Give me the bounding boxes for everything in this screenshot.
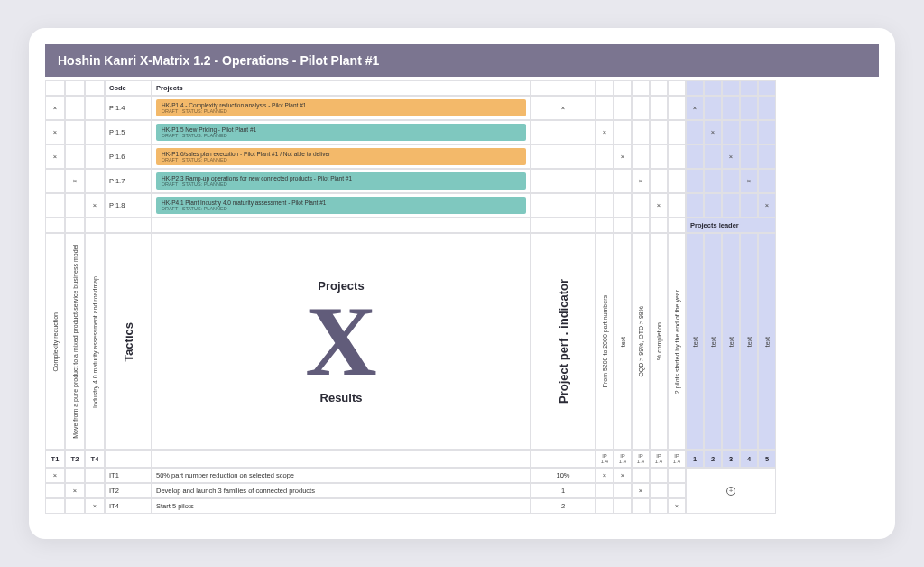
- x-glyph: X: [305, 300, 376, 385]
- kpi-col: text: [614, 233, 632, 450]
- leader-col: text: [758, 233, 776, 450]
- header-code: Code: [105, 80, 152, 96]
- project-cell[interactable]: HK-P1.4 - Complexity reduction analysis …: [152, 96, 531, 120]
- mark-cell[interactable]: ×: [632, 169, 650, 193]
- kpi-col: % completion: [650, 233, 668, 450]
- add-button[interactable]: +: [726, 487, 735, 496]
- header-projects: Projects: [152, 80, 531, 96]
- mark-cell[interactable]: ×: [85, 498, 105, 514]
- col-industry-40: Industry 4.0 maturity assessment and roa…: [85, 233, 105, 450]
- x-matrix-card: Hoshin Kanri X-Matrix 1.2 - Operations -…: [29, 28, 895, 540]
- result-text: Develop and launch 3 families of connect…: [152, 483, 531, 498]
- project-cell[interactable]: HK-P4.1 Plant Industry 4.0 maturity asse…: [152, 193, 531, 218]
- mark-cell[interactable]: ×: [614, 468, 632, 483]
- kpi-col: From 5200 to 2000 part numbers: [596, 233, 614, 450]
- matrix-grid: Code Projects × P 1.4 HK-P1.4 - Complexi…: [45, 80, 879, 515]
- leader-col: text: [740, 233, 758, 450]
- title-bar: Hoshin Kanri X-Matrix 1.2 - Operations -…: [45, 44, 879, 77]
- mark-cell[interactable]: ×: [45, 468, 65, 483]
- kpi-col: 2 pilots started by the end of the year: [668, 233, 686, 450]
- mark-cell[interactable]: ×: [668, 498, 686, 514]
- result-text: Start 5 pilots: [152, 498, 531, 514]
- project-cell[interactable]: HK-P1.5 New Pricing - Pilot Plant #1DRAF…: [152, 120, 531, 144]
- mark-cell[interactable]: ×: [596, 468, 614, 483]
- mark-cell[interactable]: ×: [45, 144, 65, 169]
- project-cell[interactable]: HK-P2.3 Ramp-up operations for new conne…: [152, 169, 531, 193]
- col-complexity-reduction: Complexity reduction: [45, 233, 65, 450]
- mark-cell[interactable]: ×: [85, 193, 105, 218]
- mark-cell[interactable]: ×: [531, 96, 596, 120]
- mark-cell[interactable]: ×: [65, 483, 85, 498]
- leader-col: text: [722, 233, 740, 450]
- mark-cell[interactable]: ×: [650, 193, 668, 218]
- mark-cell[interactable]: ×: [632, 483, 650, 498]
- mark-cell[interactable]: ×: [686, 96, 704, 120]
- center-x: Projects X Results: [152, 233, 531, 450]
- label-ppi: Project perf . indicator: [531, 233, 596, 450]
- mark-cell[interactable]: ×: [704, 120, 722, 144]
- mark-cell[interactable]: ×: [596, 120, 614, 144]
- col-mixed-model: Move from a pure product to a mixed prod…: [65, 233, 85, 450]
- mark-cell[interactable]: ×: [758, 193, 776, 218]
- mark-cell[interactable]: ×: [65, 169, 85, 193]
- project-cell[interactable]: HK-P1.6/sales plan execution - Pilot Pla…: [152, 144, 531, 169]
- code-cell: P 1.4: [105, 96, 152, 120]
- label-tactics: Tactics: [105, 233, 152, 450]
- mark-cell[interactable]: ×: [740, 169, 758, 193]
- mark-cell[interactable]: ×: [45, 120, 65, 144]
- leader-col: text: [704, 233, 722, 450]
- mark-cell[interactable]: ×: [45, 96, 65, 120]
- result-text: 50% part number reduction on selected sc…: [152, 468, 531, 483]
- header-projects-leader: Projects leader: [686, 218, 776, 233]
- mark-cell[interactable]: ×: [722, 144, 740, 169]
- mark-cell[interactable]: ×: [614, 144, 632, 169]
- leader-col: text: [686, 233, 704, 450]
- kpi-col: OQD > 99%, OTD > 98%: [632, 233, 650, 450]
